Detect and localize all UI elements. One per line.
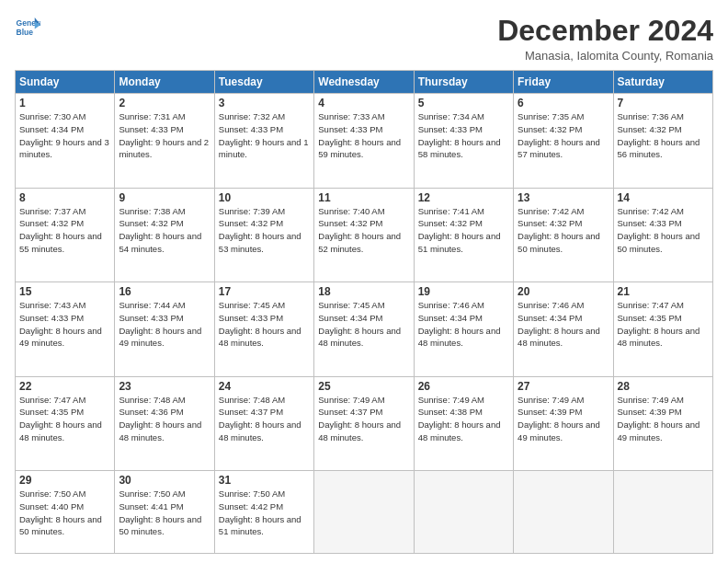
day-info: Sunrise: 7:49 AMSunset: 4:38 PMDaylight:… <box>418 394 509 444</box>
day-cell: 14Sunrise: 7:42 AMSunset: 4:33 PMDayligh… <box>613 188 712 282</box>
day-info: Sunrise: 7:49 AMSunset: 4:37 PMDaylight:… <box>318 394 409 444</box>
logo: General Blue <box>15 15 40 40</box>
day-number: 26 <box>418 380 509 393</box>
logo-icon: General Blue <box>15 15 40 40</box>
day-number: 27 <box>518 380 609 393</box>
day-number: 1 <box>19 97 110 109</box>
day-header-thursday: Thursday <box>414 71 513 94</box>
day-cell: 31Sunrise: 7:50 AMSunset: 4:42 PMDayligh… <box>214 471 313 554</box>
day-header-saturday: Saturday <box>613 71 712 94</box>
page: General Blue December 2024 Manasia, Ialo… <box>0 0 728 563</box>
day-cell: 23Sunrise: 7:48 AMSunset: 4:36 PMDayligh… <box>115 376 214 471</box>
day-cell: 1Sunrise: 7:30 AMSunset: 4:34 PMDaylight… <box>16 94 115 189</box>
day-cell: 11Sunrise: 7:40 AMSunset: 4:32 PMDayligh… <box>314 188 414 282</box>
day-number: 19 <box>418 285 509 298</box>
day-number: 21 <box>618 285 709 298</box>
day-cell <box>613 471 712 554</box>
day-cell: 26Sunrise: 7:49 AMSunset: 4:38 PMDayligh… <box>414 376 513 471</box>
day-info: Sunrise: 7:38 AMSunset: 4:32 PMDaylight:… <box>119 205 210 256</box>
day-number: 14 <box>618 191 709 204</box>
day-cell <box>314 471 414 554</box>
day-info: Sunrise: 7:46 AMSunset: 4:34 PMDaylight:… <box>418 299 509 350</box>
day-cell: 30Sunrise: 7:50 AMSunset: 4:41 PMDayligh… <box>115 471 214 554</box>
day-info: Sunrise: 7:46 AMSunset: 4:34 PMDaylight:… <box>518 299 609 350</box>
day-info: Sunrise: 7:50 AMSunset: 4:40 PMDaylight:… <box>19 488 110 538</box>
day-number: 11 <box>318 191 409 204</box>
day-number: 10 <box>219 191 310 204</box>
calendar-table: SundayMondayTuesdayWednesdayThursdayFrid… <box>15 70 713 554</box>
day-number: 2 <box>119 97 210 109</box>
day-info: Sunrise: 7:39 AMSunset: 4:32 PMDaylight:… <box>219 205 310 256</box>
day-info: Sunrise: 7:34 AMSunset: 4:33 PMDaylight:… <box>418 110 509 161</box>
day-number: 4 <box>318 97 409 109</box>
title-block: December 2024 Manasia, Ialomita County, … <box>497 15 713 63</box>
day-cell: 20Sunrise: 7:46 AMSunset: 4:34 PMDayligh… <box>514 282 613 377</box>
day-cell: 22Sunrise: 7:47 AMSunset: 4:35 PMDayligh… <box>16 376 115 471</box>
day-cell: 5Sunrise: 7:34 AMSunset: 4:33 PMDaylight… <box>414 94 513 189</box>
day-cell: 12Sunrise: 7:41 AMSunset: 4:32 PMDayligh… <box>414 188 513 282</box>
day-info: Sunrise: 7:42 AMSunset: 4:33 PMDaylight:… <box>618 205 709 256</box>
day-cell: 8Sunrise: 7:37 AMSunset: 4:32 PMDaylight… <box>16 188 115 282</box>
day-cell: 13Sunrise: 7:42 AMSunset: 4:32 PMDayligh… <box>514 188 613 282</box>
day-header-wednesday: Wednesday <box>314 71 414 94</box>
day-cell: 10Sunrise: 7:39 AMSunset: 4:32 PMDayligh… <box>214 188 313 282</box>
day-cell <box>514 471 613 554</box>
day-number: 5 <box>418 97 509 109</box>
day-info: Sunrise: 7:41 AMSunset: 4:32 PMDaylight:… <box>418 205 509 256</box>
day-header-friday: Friday <box>514 71 613 94</box>
day-cell: 9Sunrise: 7:38 AMSunset: 4:32 PMDaylight… <box>115 188 214 282</box>
week-row-1: 1Sunrise: 7:30 AMSunset: 4:34 PMDaylight… <box>16 94 713 189</box>
day-header-sunday: Sunday <box>16 71 115 94</box>
day-info: Sunrise: 7:40 AMSunset: 4:32 PMDaylight:… <box>318 205 409 256</box>
day-cell: 29Sunrise: 7:50 AMSunset: 4:40 PMDayligh… <box>16 471 115 554</box>
day-number: 9 <box>119 191 210 204</box>
day-number: 29 <box>19 474 110 487</box>
day-number: 24 <box>219 380 310 393</box>
day-number: 17 <box>219 285 310 298</box>
day-info: Sunrise: 7:32 AMSunset: 4:33 PMDaylight:… <box>219 110 310 161</box>
day-cell: 24Sunrise: 7:48 AMSunset: 4:37 PMDayligh… <box>214 376 313 471</box>
day-cell: 28Sunrise: 7:49 AMSunset: 4:39 PMDayligh… <box>613 376 712 471</box>
day-info: Sunrise: 7:48 AMSunset: 4:36 PMDaylight:… <box>119 394 210 444</box>
day-info: Sunrise: 7:31 AMSunset: 4:33 PMDaylight:… <box>119 110 210 161</box>
day-info: Sunrise: 7:47 AMSunset: 4:35 PMDaylight:… <box>618 299 709 350</box>
day-cell: 25Sunrise: 7:49 AMSunset: 4:37 PMDayligh… <box>314 376 414 471</box>
day-number: 25 <box>318 380 409 393</box>
svg-text:Blue: Blue <box>17 28 34 37</box>
day-info: Sunrise: 7:45 AMSunset: 4:33 PMDaylight:… <box>219 299 310 350</box>
day-cell: 7Sunrise: 7:36 AMSunset: 4:32 PMDaylight… <box>613 94 712 189</box>
week-row-3: 15Sunrise: 7:43 AMSunset: 4:33 PMDayligh… <box>16 282 713 377</box>
day-number: 13 <box>518 191 609 204</box>
day-cell: 19Sunrise: 7:46 AMSunset: 4:34 PMDayligh… <box>414 282 513 377</box>
day-number: 23 <box>119 380 210 393</box>
day-info: Sunrise: 7:35 AMSunset: 4:32 PMDaylight:… <box>518 110 609 161</box>
day-info: Sunrise: 7:49 AMSunset: 4:39 PMDaylight:… <box>618 394 709 444</box>
day-info: Sunrise: 7:36 AMSunset: 4:32 PMDaylight:… <box>618 110 709 161</box>
day-cell: 2Sunrise: 7:31 AMSunset: 4:33 PMDaylight… <box>115 94 214 189</box>
day-info: Sunrise: 7:45 AMSunset: 4:34 PMDaylight:… <box>318 299 409 350</box>
day-header-monday: Monday <box>115 71 214 94</box>
day-cell: 4Sunrise: 7:33 AMSunset: 4:33 PMDaylight… <box>314 94 414 189</box>
day-info: Sunrise: 7:43 AMSunset: 4:33 PMDaylight:… <box>19 299 110 350</box>
week-row-5: 29Sunrise: 7:50 AMSunset: 4:40 PMDayligh… <box>16 471 713 554</box>
day-info: Sunrise: 7:47 AMSunset: 4:35 PMDaylight:… <box>19 394 110 444</box>
day-number: 20 <box>518 285 609 298</box>
day-cell: 15Sunrise: 7:43 AMSunset: 4:33 PMDayligh… <box>16 282 115 377</box>
day-cell <box>414 471 513 554</box>
week-row-4: 22Sunrise: 7:47 AMSunset: 4:35 PMDayligh… <box>16 376 713 471</box>
day-number: 7 <box>618 97 709 109</box>
day-info: Sunrise: 7:50 AMSunset: 4:41 PMDaylight:… <box>119 488 210 538</box>
day-info: Sunrise: 7:30 AMSunset: 4:34 PMDaylight:… <box>19 110 110 161</box>
day-cell: 27Sunrise: 7:49 AMSunset: 4:39 PMDayligh… <box>514 376 613 471</box>
day-info: Sunrise: 7:42 AMSunset: 4:32 PMDaylight:… <box>518 205 609 256</box>
day-number: 12 <box>418 191 509 204</box>
day-header-tuesday: Tuesday <box>214 71 313 94</box>
day-number: 16 <box>119 285 210 298</box>
day-number: 15 <box>19 285 110 298</box>
day-info: Sunrise: 7:50 AMSunset: 4:42 PMDaylight:… <box>219 488 310 538</box>
day-cell: 18Sunrise: 7:45 AMSunset: 4:34 PMDayligh… <box>314 282 414 377</box>
day-number: 3 <box>219 97 310 109</box>
day-number: 6 <box>518 97 609 109</box>
day-number: 8 <box>19 191 110 204</box>
day-cell: 16Sunrise: 7:44 AMSunset: 4:33 PMDayligh… <box>115 282 214 377</box>
